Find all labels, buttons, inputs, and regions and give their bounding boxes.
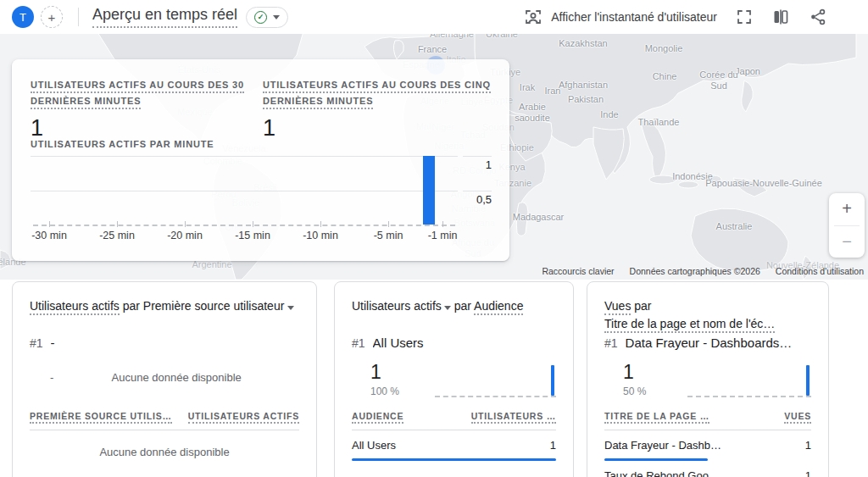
row-label: All Users [352, 439, 396, 452]
column-header-metric[interactable]: VUES [784, 411, 811, 424]
dimension-selector[interactable]: Première source utilisateur [143, 299, 285, 313]
column-header-metric[interactable]: UTILISATEURS … [471, 411, 556, 424]
rank-number: #1 [352, 336, 365, 350]
map-shortcuts-link[interactable]: Raccourcis clavier [542, 266, 614, 276]
chevron-down-icon [287, 306, 294, 310]
map-country-label: Irak [520, 82, 535, 93]
row-label: Taux de Rebond Goo… [604, 469, 720, 477]
metric-link[interactable]: Vues [604, 299, 631, 315]
per-minute-chart-title: UTILISATEURS ACTIFS PAR MINUTE [31, 139, 214, 149]
sparkline-bar [806, 365, 810, 396]
realtime-overview-card: UTILISATEURS ACTIFS AU COURS DES 30 DERN… [12, 59, 509, 261]
ytick-segment-1 [463, 156, 492, 157]
metric-value: 1 [370, 362, 411, 383]
no-data-message: Aucune donnée disponible [53, 371, 299, 384]
sparkline-bar [551, 365, 554, 396]
map-country-label: Inde [600, 109, 618, 120]
avatar[interactable]: T [12, 6, 34, 28]
stat-active-users-30min: UTILISATEURS ACTIFS AU COURS DES 30 DERN… [31, 77, 263, 141]
map-country-label: France [418, 44, 447, 55]
active-users-bar[interactable] [423, 156, 435, 225]
fullscreen-icon[interactable] [736, 8, 753, 25]
card-active-users-by-audience: Utilisateurs actifs par Audience #1 All … [334, 281, 574, 477]
x-axis-tick [185, 221, 186, 227]
page-title[interactable]: Aperçu en temps réel [92, 6, 237, 28]
metric-percent: 100 % [370, 385, 411, 397]
rank-value: - [51, 336, 55, 350]
map-country-label: Mongolie [645, 43, 683, 54]
metric-selector[interactable]: Utilisateurs actifs [352, 299, 442, 313]
user-snapshot-label: Afficher l'instantané d'utilisateur [551, 10, 717, 24]
stat-5min-value: 1 [263, 115, 492, 141]
column-header-metric[interactable]: UTILISATEURS ACTIFS [188, 411, 299, 424]
table-row[interactable]: All Users1 [352, 430, 556, 461]
divider [78, 8, 79, 26]
map-country-label: Chine [653, 71, 677, 82]
dimension-link[interactable]: Titre de la page et nom de l'éc… [604, 317, 775, 333]
x-axis-label: -25 min [99, 230, 135, 241]
stat-active-users-5min: UTILISATEURS ACTIFS AU COURS DES CINQ DE… [263, 77, 492, 141]
metric-percent: 50 % [623, 385, 664, 397]
x-axis-tick [49, 221, 50, 227]
add-comparison-button[interactable]: + [41, 6, 63, 28]
compare-panels-icon[interactable] [771, 8, 790, 26]
row-value: 1 [805, 439, 811, 452]
table-row[interactable]: Data Frayeur - Dashb…1 [604, 430, 811, 461]
card-active-users-by-first-source: Utilisateurs actifs par Première source … [12, 281, 317, 477]
row-label: Data Frayeur - Dashb… [604, 439, 721, 452]
x-axis-tick [442, 221, 443, 227]
map-zoom-out-button[interactable]: − [829, 226, 865, 258]
x-axis-label: -10 min [303, 230, 338, 241]
stat-30min-label[interactable]: UTILISATEURS ACTIFS AU COURS DES 30 DERN… [31, 80, 244, 109]
x-axis-tick [253, 221, 253, 227]
user-snapshot-button[interactable]: Afficher l'instantané d'utilisateur [524, 8, 717, 26]
map-data-credit: Données cartographiques ©2026 [630, 266, 760, 276]
report-status-pill[interactable]: ✓ [246, 7, 288, 28]
x-axis-tick [117, 221, 118, 227]
map-country-label: Kazakhstan [559, 38, 607, 49]
gridline-1 [31, 156, 458, 157]
x-axis-label: -5 min [374, 230, 403, 241]
rank-number: #1 [30, 336, 43, 350]
table-row[interactable]: Taux de Rebond Goo…1 [604, 461, 811, 477]
map-country-label: Argentine [192, 259, 231, 270]
chevron-down-icon [273, 15, 280, 19]
map-country-label: Madagascar [513, 212, 565, 223]
x-axis-label: -15 min [235, 230, 270, 241]
map-attribution: Raccourcis clavier Données cartographiqu… [542, 266, 864, 276]
chart-baseline [33, 225, 455, 226]
mini-sparkline [687, 363, 811, 397]
map-country-label: Allemagne [430, 34, 474, 41]
x-axis-label: -1 min [428, 230, 458, 241]
rank-value: Data Frayeur - Dashboards… [626, 336, 793, 350]
map-zoom-control: + − [829, 193, 865, 258]
check-circle-icon: ✓ [254, 11, 267, 24]
share-icon[interactable] [809, 8, 827, 26]
map-country-label: Papouasie-Nouvelle-Guinée [705, 178, 822, 189]
mini-sparkline [435, 363, 556, 397]
map-terms-link[interactable]: Conditions d'utilisation [776, 266, 864, 276]
row-value: 1 [805, 469, 811, 477]
stat-5min-label[interactable]: UTILISATEURS ACTIFS AU COURS DES CINQ DE… [263, 80, 491, 109]
map-country-label: Ukraine [486, 34, 518, 41]
map-country-label: Australie [716, 221, 753, 232]
card-views-by-page-title: Vues par Titre de la page et nom de l'éc… [587, 281, 829, 477]
map-country-label: Pakistan [568, 94, 604, 105]
column-header-dimension[interactable]: TITRE DE LA PAGE … [604, 411, 709, 424]
column-header-dimension[interactable]: AUDIENCE [352, 411, 403, 424]
dimension-link[interactable]: Audience [474, 299, 523, 315]
ytick-label-0-5: 0,5 [476, 193, 492, 206]
card-title: Vues par Titre de la page et nom de l'éc… [604, 297, 811, 335]
card-title: Utilisateurs actifs par Audience [352, 297, 556, 335]
metric-value: 1 [623, 362, 664, 383]
map-country-label: Corée du Sud [699, 69, 738, 92]
column-header-dimension[interactable]: PREMIÈRE SOURCE UTILIS… [30, 411, 172, 424]
map-country-label: Arabie saoudite [509, 102, 555, 124]
map-zoom-in-button[interactable]: + [829, 193, 865, 225]
map-country-label: Iran [545, 86, 561, 97]
top-bar: T + Aperçu en temps réel ✓ Afficher l'in… [0, 0, 868, 34]
card-title: Utilisateurs actifs par Première source … [30, 297, 299, 335]
gridline-0-5 [31, 191, 458, 191]
x-axis-tick [388, 221, 389, 227]
metric-link[interactable]: Utilisateurs actifs [30, 299, 120, 315]
